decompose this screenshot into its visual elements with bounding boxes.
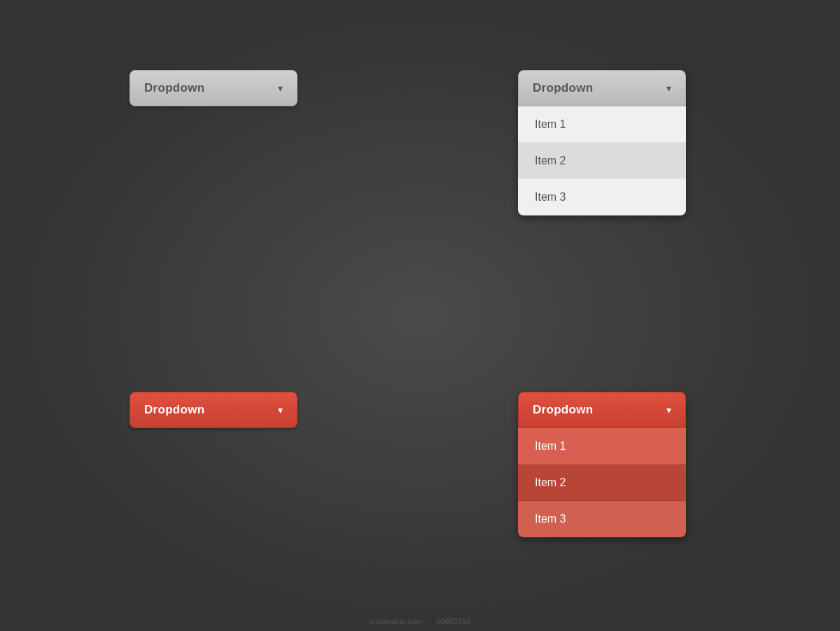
gray-dropdown-closed-button[interactable]: Dropdown ▾ bbox=[130, 70, 298, 106]
gray-dropdown-closed-label: Dropdown bbox=[144, 81, 204, 95]
gray-dropdown-menu: Item 1 Item 2 Item 3 bbox=[518, 106, 686, 215]
red-dropdown-closed-button[interactable]: Dropdown ▾ bbox=[130, 392, 298, 428]
red-dropdown-open-button[interactable]: Dropdown ▾ bbox=[518, 392, 686, 428]
red-dropdown-menu: Item 1 Item 2 Item 3 bbox=[518, 428, 686, 537]
gray-dropdown-open: Dropdown ▾ Item 1 Item 2 Item 3 bbox=[518, 70, 686, 215]
red-menu-item-3[interactable]: Item 3 bbox=[518, 501, 686, 537]
chevron-down-icon: ▾ bbox=[278, 83, 283, 94]
chevron-down-icon: ▾ bbox=[278, 404, 283, 416]
chevron-down-icon: ▾ bbox=[666, 404, 671, 416]
gray-dropdown-closed: Dropdown ▾ bbox=[130, 70, 298, 106]
red-dropdown-open: Dropdown ▾ Item 1 Item 2 Item 3 bbox=[518, 392, 686, 537]
watermark-site: sucaisucai.com bbox=[370, 617, 422, 625]
red-dropdown-closed: Dropdown ▾ bbox=[130, 392, 298, 428]
gray-dropdown-open-label: Dropdown bbox=[533, 81, 593, 95]
gray-menu-item-3[interactable]: Item 3 bbox=[518, 179, 686, 215]
red-dropdown-open-label: Dropdown bbox=[533, 403, 593, 417]
watermark-code: 00883618 bbox=[436, 617, 470, 625]
chevron-down-icon: ▾ bbox=[666, 83, 671, 94]
red-menu-item-2[interactable]: Item 2 bbox=[518, 465, 686, 501]
gray-dropdown-open-button[interactable]: Dropdown ▾ bbox=[518, 70, 686, 106]
watermark: sucaisucai.com 00883618 bbox=[370, 617, 470, 625]
gray-dropdown-open-wrapper: Dropdown ▾ Item 1 Item 2 Item 3 bbox=[518, 70, 686, 215]
red-menu-item-1[interactable]: Item 1 bbox=[518, 428, 686, 465]
gray-menu-item-1[interactable]: Item 1 bbox=[518, 106, 686, 143]
gray-menu-item-2[interactable]: Item 2 bbox=[518, 143, 686, 179]
red-dropdown-open-wrapper: Dropdown ▾ Item 1 Item 2 Item 3 bbox=[518, 392, 686, 537]
red-dropdown-closed-label: Dropdown bbox=[144, 403, 204, 417]
